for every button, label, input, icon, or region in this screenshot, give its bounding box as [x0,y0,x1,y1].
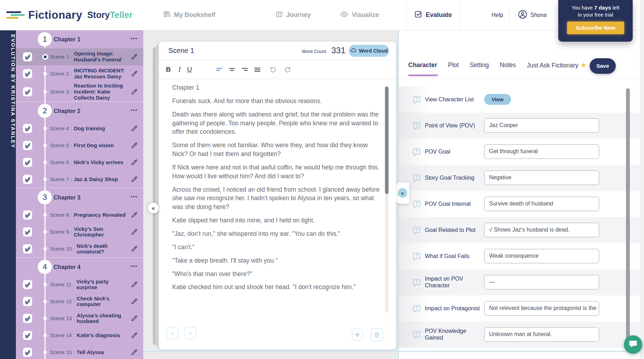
align-right-button[interactable] [240,65,249,74]
scene-row[interactable]: Scene 1 :Opening Image: Husband's Funera… [16,48,143,65]
chapter-header[interactable]: 1Chapter 1••• [16,30,143,48]
window-scrollbar-track[interactable] [640,0,644,359]
field-input[interactable]: Weak consequence [484,249,599,263]
scene-row[interactable]: Scene 11 :Vicky's party surprise [16,276,143,293]
tab-setting[interactable]: Setting [470,61,489,69]
align-justify-button[interactable] [253,65,262,74]
edit-scene-name-button[interactable] [131,70,138,79]
bold-button[interactable]: B [164,65,173,74]
field-input[interactable]: Negative [484,170,599,185]
field-input[interactable]: Get through funeral [484,144,599,159]
help-link[interactable]: Help [492,0,503,30]
scene-row[interactable]: Scene 10 :Nick's death unnatural? [16,240,143,257]
scene-text-editor[interactable]: Chapter 1Funerals suck. And for more tha… [172,83,381,316]
nav-item-journey[interactable]: Journey [276,0,311,30]
nav-item-evaluate[interactable]: Evaluate [406,0,461,30]
field-help-icon[interactable]: ? [413,226,421,236]
scene-evaluated-checkbox[interactable] [23,87,32,96]
tab-notes[interactable]: Notes [500,61,516,69]
scene-row[interactable]: Scene 4 :Dog training [16,120,143,137]
chapter-menu-button[interactable]: ••• [131,263,138,269]
scene-row[interactable]: Scene 6 :Nick's Vicky arrives [16,154,143,171]
chapter-header[interactable]: 2Chapter 2••• [16,102,143,120]
field-help-icon[interactable]: ? [413,121,421,131]
scene-row[interactable]: Scene 3 :Reaction to Inciting Incident: … [16,82,143,101]
tab-just-ask-fictionary[interactable]: Just Ask Fictionary★ [527,61,586,69]
nav-item-my-bookshelf[interactable]: My Bookshelf [163,0,215,30]
scene-row[interactable]: Scene 15 :Tell Alyssa [16,344,143,359]
field-help-icon[interactable]: ? [413,95,421,105]
edit-scene-name-button[interactable] [131,125,138,133]
scene-row[interactable]: Scene 14 :Katie's diagnosis [16,327,143,344]
edit-scene-name-button[interactable] [131,245,138,254]
chat-widget-button[interactable] [624,335,642,354]
italic-button[interactable]: I [175,65,184,74]
undo-button[interactable] [268,65,277,74]
subscribe-now-button[interactable]: Subscribe Now [567,22,624,34]
tab-character[interactable]: Character [408,61,437,69]
field-help-icon[interactable]: ? [413,200,421,210]
underline-button[interactable]: U [185,65,194,74]
add-scene-button[interactable]: + [352,329,363,341]
align-left-button[interactable] [215,65,224,74]
scene-evaluated-checkbox[interactable] [23,348,32,357]
field-input[interactable]: Jaz Cooper [484,118,599,133]
scene-row[interactable]: Scene 8 :Pregnancy Revealed [16,207,143,223]
edit-scene-name-button[interactable] [131,53,138,62]
scene-evaluated-checkbox[interactable] [23,280,32,289]
scene-evaluated-checkbox[interactable] [23,175,32,184]
user-menu[interactable]: Shona [518,0,547,30]
field-input[interactable]: √ Shows Jaz's husband is dead. [484,223,599,237]
scene-evaluated-checkbox[interactable] [23,314,32,323]
chapter-menu-button[interactable]: ••• [131,194,138,199]
edit-scene-name-button[interactable] [131,158,138,167]
scene-evaluated-checkbox[interactable] [23,227,32,237]
scene-evaluated-checkbox[interactable] [23,52,32,61]
field-input[interactable]: Unknown man at funeral. [484,327,599,342]
field-help-icon[interactable]: ? [413,278,421,288]
field-help-icon[interactable]: ? [413,148,421,157]
next-scene-button[interactable]: › [185,327,196,339]
scene-evaluated-checkbox[interactable] [23,124,32,133]
tab-plot[interactable]: Plot [448,61,459,69]
scene-row[interactable]: Scene 12 :Check Nick's computer [16,293,143,310]
scene-row[interactable]: Scene 2 :INCITING INCIDENT: Jaz Rescues … [16,65,143,82]
chapter-menu-button[interactable]: ••• [131,36,138,41]
edit-scene-name-button[interactable] [131,175,138,184]
word-cloud-button[interactable]: Word Cloud [349,45,389,57]
panel-expand-button[interactable]: » [398,188,407,198]
scene-evaluated-checkbox[interactable] [23,331,32,340]
field-help-icon[interactable]: ? [413,304,421,314]
edit-scene-name-button[interactable] [131,88,138,97]
scene-row[interactable]: Scene 5 :First Dog vision [16,137,143,154]
scene-evaluated-checkbox[interactable] [23,158,32,167]
scene-evaluated-checkbox[interactable] [23,69,32,78]
chapter-header[interactable]: 3Chapter 3••• [16,188,143,207]
field-help-icon[interactable]: ? [413,174,421,184]
scene-row[interactable]: Scene 9 :Vicky's Son Christopher [16,223,143,240]
scene-row[interactable]: Scene 13 :Alyssa's cheating husband [16,310,143,327]
save-button[interactable]: Save [590,58,616,74]
previous-scene-button[interactable]: ‹ [167,327,178,339]
field-input[interactable]: — [484,275,599,289]
editor-scrollbar-thumb[interactable] [385,86,389,194]
field-input[interactable]: Survive death of husband [484,197,599,211]
scene-evaluated-checkbox[interactable] [23,141,32,150]
nav-item-visualize[interactable]: Visualize [340,0,379,30]
view-character-list-button[interactable]: View [484,94,511,105]
scene-evaluated-checkbox[interactable] [23,297,32,306]
scene-evaluated-checkbox[interactable] [23,210,32,220]
field-help-icon[interactable]: ? [413,252,421,262]
scene-evaluated-checkbox[interactable] [23,244,32,253]
chapter-header[interactable]: 4Chapter 4••• [16,258,143,276]
chapter-menu-button[interactable]: ••• [131,107,138,113]
align-center-button[interactable] [227,65,236,74]
edit-scene-name-button[interactable] [131,281,138,289]
scene-row[interactable]: Scene 7 :Jaz & Daisy Shop [16,171,143,188]
delete-scene-button[interactable] [371,328,383,341]
edit-scene-name-button[interactable] [131,211,138,220]
edit-scene-name-button[interactable] [131,331,138,340]
redo-button[interactable] [283,65,292,74]
edit-scene-name-button[interactable] [131,315,138,323]
edit-scene-name-button[interactable] [131,298,138,306]
